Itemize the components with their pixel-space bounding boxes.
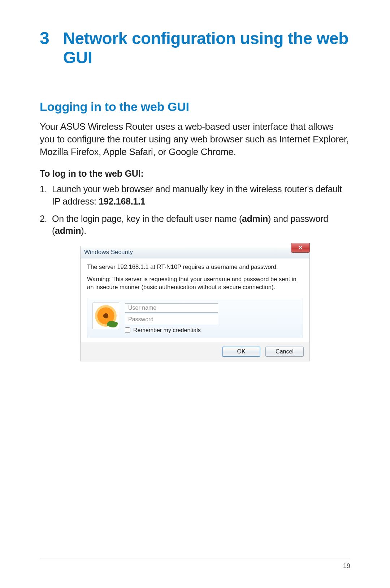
dialog-server-text: The server 192.168.1.1 at RT-N10P requir… — [87, 263, 303, 270]
remember-checkbox[interactable] — [125, 327, 130, 333]
user-avatar-icon — [92, 302, 119, 329]
page-number: 19 — [343, 562, 350, 570]
dialog-titlebar: Windows Security — [81, 246, 309, 258]
cancel-button[interactable]: Cancel — [265, 347, 304, 357]
ok-button[interactable]: OK — [222, 347, 260, 357]
close-icon — [298, 244, 303, 251]
footer-rule — [40, 558, 350, 558]
password-input[interactable] — [125, 315, 218, 324]
dialog-figure: Windows Security The server 192.168.1.1 … — [40, 246, 350, 361]
credentials-fields: Remember my credentials — [125, 302, 298, 334]
step-1: Launch your web browser and manually key… — [40, 183, 350, 208]
section-title: Logging in to the web GUI — [40, 100, 350, 114]
remember-label: Remember my credentials — [133, 327, 201, 334]
step-2-username: admin — [242, 214, 268, 224]
windows-security-dialog: Windows Security The server 192.168.1.1 … — [80, 246, 310, 361]
step-2: On the login page, key in the default us… — [40, 213, 350, 237]
document-page: 3 Network configuration using the web GU… — [0, 0, 390, 588]
step-2-password: admin — [55, 226, 81, 236]
chapter-heading: 3 Network configuration using the web GU… — [40, 29, 350, 67]
close-button[interactable] — [291, 243, 310, 253]
intro-paragraph: Your ASUS Wireless Router uses a web-bas… — [40, 120, 350, 158]
chapter-number: 3 — [40, 29, 49, 47]
remember-credentials[interactable]: Remember my credentials — [125, 327, 298, 334]
dialog-footer: OK Cancel — [81, 342, 309, 361]
step-2-text-d: ). — [81, 226, 86, 236]
dialog-warning-text: Warning: This server is requesting that … — [87, 275, 303, 291]
step-2-text-a: On the login page, key in the default us… — [52, 214, 242, 224]
dialog-title: Windows Security — [84, 249, 133, 256]
credentials-panel: Remember my credentials — [87, 298, 303, 338]
step-1-ip: 192.168.1.1 — [99, 196, 145, 206]
step-1-text: Launch your web browser and manually key… — [52, 184, 342, 206]
username-input[interactable] — [125, 303, 218, 313]
procedure-list: Launch your web browser and manually key… — [40, 183, 350, 237]
chapter-title: Network configuration using the web GUI — [63, 29, 350, 67]
procedure-subhead: To log in to the web GUI: — [40, 168, 350, 179]
dialog-body: The server 192.168.1.1 at RT-N10P requir… — [81, 258, 309, 342]
